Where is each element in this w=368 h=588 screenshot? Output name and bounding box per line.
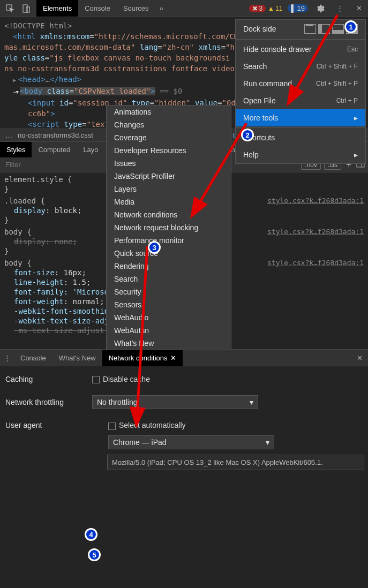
submenu-javascript-profiler[interactable]: JavaScript Profiler — [107, 170, 231, 183]
user-agent-select[interactable]: Chrome — iPad▾ — [108, 435, 274, 449]
msg-num: 19 — [297, 4, 305, 12]
dock-side-label: Dock side — [243, 25, 276, 33]
disable-cache-label: Disable cache — [103, 375, 150, 383]
select-auto-checkbox[interactable] — [108, 423, 116, 430]
source-link[interactable]: style.csx?k…f268d3ada:1 — [267, 258, 364, 268]
throttling-select[interactable]: No throttling▾ — [92, 395, 258, 409]
source-link[interactable]: style.csx?k…f268d3ada:1 — [267, 196, 364, 206]
submenu-issues[interactable]: Issues — [107, 157, 231, 170]
chevron-down-icon: ▾ — [250, 398, 253, 406]
rule-selector: body { — [4, 258, 32, 268]
more-tabs-icon[interactable]: » — [155, 0, 168, 17]
ua-value: Chrome — iPad — [113, 438, 167, 447]
chevron-down-icon: ▾ — [266, 438, 269, 447]
submenu-search[interactable]: Search — [107, 273, 231, 285]
submenu-media[interactable]: Media — [107, 195, 231, 208]
menu-run-command[interactable]: Run commandCtrl + Shift + P — [236, 75, 365, 92]
submenu-animations[interactable]: Animations — [107, 105, 231, 118]
close-icon[interactable]: ✕ — [352, 2, 366, 16]
annotation-2: 2 — [241, 129, 254, 141]
tab-elements[interactable]: Elements — [36, 0, 78, 17]
warn-num: 11 — [275, 5, 282, 12]
svg-rect-1 — [23, 5, 27, 12]
menu-search[interactable]: SearchCtrl + Shift + F — [236, 58, 365, 75]
annotation-5: 5 — [88, 548, 101, 561]
error-count[interactable]: ✖ 3▲ 11 — [249, 5, 282, 12]
select-auto-label: Select automatically — [119, 421, 186, 429]
drawer-close-icon[interactable]: ✕ — [351, 354, 368, 362]
dock-bottom-icon[interactable] — [332, 24, 344, 34]
device-icon[interactable] — [19, 2, 33, 16]
throttling-label: Network throttling — [5, 398, 86, 406]
tab-styles[interactable]: Styles — [0, 142, 32, 157]
submenu-performance-monitor[interactable]: Performance monitor — [107, 234, 231, 247]
menu-shortcuts[interactable]: Shortcuts — [236, 129, 365, 146]
user-agent-label: User agent — [5, 421, 86, 429]
tab-sources[interactable]: Sources — [117, 0, 155, 17]
user-agent-string[interactable]: Mozilla/5.0 (iPad; CPU OS 13_2 like Mac … — [107, 455, 364, 470]
submenu-security[interactable]: Security — [107, 285, 231, 298]
submenu-network-request-blocking[interactable]: Network request blocking — [107, 221, 231, 234]
chevron-right-icon: ▸ — [354, 150, 358, 159]
submenu-network-conditions[interactable]: Network conditions — [107, 208, 231, 221]
submenu-rendering[interactable]: Rendering — [107, 260, 231, 273]
caching-label: Caching — [5, 375, 86, 383]
tab-computed[interactable]: Computed — [32, 142, 77, 157]
submenu-quick-source[interactable]: Quick source — [107, 247, 231, 260]
submenu-whats-new[interactable]: What's New — [107, 337, 231, 350]
submenu-sensors[interactable]: Sensors — [107, 298, 231, 311]
source-link[interactable]: style.csx?k…f268d3ada:1 — [267, 227, 364, 237]
rule-selector: body { — [4, 227, 32, 237]
menu-hide-drawer[interactable]: Hide console drawerEsc — [236, 41, 365, 58]
disable-cache-checkbox[interactable] — [92, 376, 100, 383]
breadcrumb-item[interactable]: no-csstransforms3d.csst — [18, 131, 93, 139]
menu-more-tools[interactable]: More tools▸ — [236, 109, 365, 126]
submenu-layers[interactable]: Layers — [107, 183, 231, 195]
settings-menu: Dock side Hide console drawerEsc SearchC… — [235, 19, 366, 164]
drawer-menu-icon[interactable]: ⋮ — [0, 351, 14, 365]
devtools-toolbar: Elements Console Sources » ✖ 3▲ 11 ▌19 ⋮… — [0, 0, 368, 17]
chevron-right-icon: ▸ — [354, 114, 358, 122]
submenu-developer-resources[interactable]: Developer Resources — [107, 144, 231, 157]
annotation-3: 3 — [148, 241, 161, 254]
message-count[interactable]: ▌19 — [288, 4, 308, 12]
annotation-4: 4 — [85, 528, 97, 541]
submenu-coverage[interactable]: Coverage — [107, 131, 231, 144]
menu-icon[interactable]: ⋮ — [333, 2, 347, 16]
inspect-icon[interactable] — [3, 2, 17, 16]
throttling-value: No throttling — [97, 398, 137, 406]
rule-selector: .loaded { — [4, 196, 45, 206]
dock-undock-icon[interactable] — [304, 24, 316, 34]
annotation-1: 1 — [344, 20, 357, 33]
tab-drawer-console[interactable]: Console — [14, 350, 52, 366]
submenu-changes[interactable]: Changes — [107, 118, 231, 131]
menu-help[interactable]: Help▸ — [236, 146, 365, 163]
svg-rect-2 — [26, 7, 29, 12]
gear-icon[interactable] — [313, 2, 327, 16]
error-num: 3 — [259, 5, 262, 12]
submenu-webaudio[interactable]: WebAudio — [107, 311, 231, 324]
network-conditions-panel: Caching Disable cache Network throttling… — [0, 366, 368, 479]
tab-network-conditions[interactable]: Network conditions✕ — [102, 350, 183, 366]
dock-left-icon[interactable] — [318, 24, 330, 34]
tab-console[interactable]: Console — [78, 0, 117, 17]
menu-open-file[interactable]: Open FileCtrl + P — [236, 92, 365, 109]
tab-whats-new[interactable]: What's New — [52, 350, 102, 366]
drawer-tabs: ⋮ Console What's New Network conditions✕… — [0, 349, 368, 366]
tab-close-icon[interactable]: ✕ — [170, 354, 176, 362]
breadcrumb-ellipsis[interactable]: … — [5, 131, 12, 139]
tab-label: Network conditions — [109, 354, 168, 362]
submenu-webauthn[interactable]: WebAuthn — [107, 324, 231, 337]
more-tools-submenu: Animations Changes Coverage Developer Re… — [106, 105, 231, 350]
tab-layout[interactable]: Layo — [77, 142, 104, 157]
